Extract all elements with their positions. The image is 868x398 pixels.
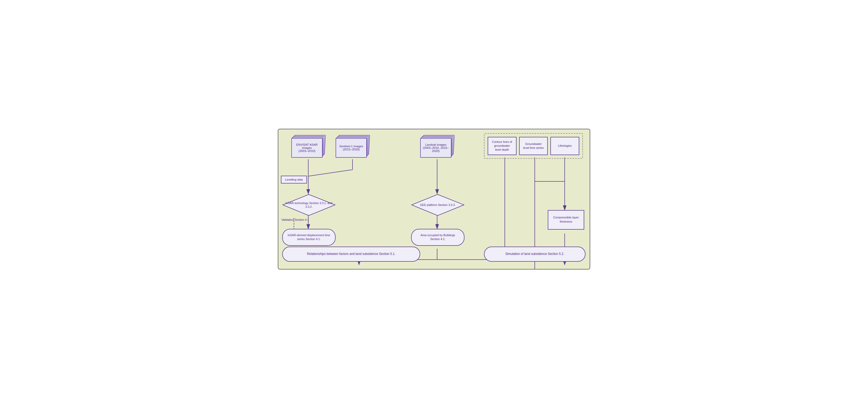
insar-tech-label: InSAR technology Section 3.3.1. and 3.3.… [282,201,336,209]
insar-derived-box: InSAR-derived displacement time series S… [282,229,336,246]
lithologies-label: Lithologies [558,144,572,148]
area-buildings-label: Area occupied by Buildings Section 4.2. [416,233,459,241]
contour-lines-box: Contour lines of groundwater level depth [488,137,517,155]
groundwater-ts-label: Groundwater level time series [523,142,544,150]
landsat-doc-stack: Landsat images (2003–2010, 2015–2020) [420,135,454,159]
compressible-box: Compressible layer thickness [548,210,584,230]
sentinel-label: Sentinel-1 images (2015–2020) [336,138,367,158]
simulation-box: Simulation of land subsidence Section 5.… [484,247,586,262]
envisat-doc-stack: ENVISAT ASAR images (2003–2010) [291,135,325,159]
levelling-box: Levelling data [281,176,307,184]
validation-label: Validation Section 4.1 [281,218,309,222]
gee-label: GEE platform Section 3.3.3. [420,203,455,207]
simulation-label: Simulation of land subsidence Section 5.… [505,252,564,256]
svg-line-5 [308,170,352,176]
diagram-container: ENVISAT ASAR images (2003–2010) Sentinel… [278,129,590,269]
relationships-label: Relationships between factors and land s… [307,252,396,256]
groundwater-ts-box: Groundwater level time series [519,137,548,155]
gee-platform-diamond: GEE platform Section 3.3.3. [411,194,464,216]
envisat-label: ENVISAT ASAR images (2003–2010) [291,138,322,158]
lithologies-box: Lithologies [550,137,579,155]
area-buildings-box: Area occupied by Buildings Section 4.2. [411,229,464,246]
contour-lines-label: Contour lines of groundwater level depth [492,140,512,152]
relationships-box: Relationships between factors and land s… [282,247,420,262]
sentinel-doc-stack: Sentinel-1 images (2015–2020) [336,135,369,159]
compressible-label: Compressible layer thickness [551,216,581,224]
landsat-label: Landsat images (2003–2010, 2015–2020) [420,138,452,158]
levelling-label: Levelling data [285,178,303,182]
dashed-group: Contour lines of groundwater level depth… [484,133,583,159]
insar-tech-diamond: InSAR technology Section 3.3.1. and 3.3.… [282,194,336,216]
insar-derived-label: InSAR-derived displacement time series S… [287,233,330,241]
